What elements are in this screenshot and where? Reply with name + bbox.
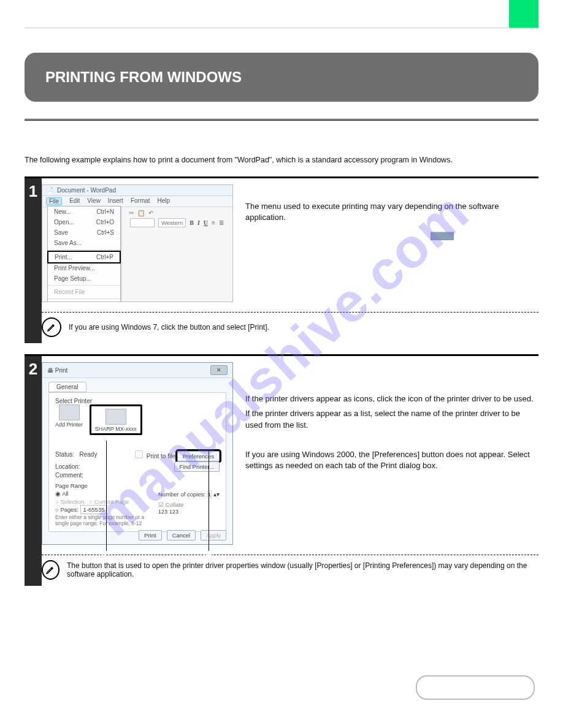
bold-icon[interactable]: B: [190, 219, 194, 226]
callout-label-1: (1): [101, 552, 110, 561]
close-icon[interactable]: ✕: [210, 365, 228, 375]
italic-icon[interactable]: I: [197, 219, 200, 226]
toolbar-icon: ↶: [148, 210, 153, 216]
apply-button: Apply: [201, 530, 226, 540]
menu-insert[interactable]: Insert: [108, 197, 123, 205]
callout-label-2: (2): [203, 552, 213, 561]
step-1-note-text: If you are using Windows 7, click the bu…: [69, 323, 269, 332]
page-title: PRINTING FROM WINDOWS: [25, 53, 538, 102]
page-range-group: Page Range ◉ All ○ Selection ○ Current P…: [55, 482, 220, 526]
menu-item-open[interactable]: Open...Ctrl+O: [48, 217, 120, 227]
print-button[interactable]: Print: [139, 530, 162, 540]
radio-all[interactable]: ◉ All: [55, 490, 147, 497]
printer-sharp[interactable]: SHARP MX-xxxx: [90, 404, 142, 435]
header-bar: Contents PRINTER: [25, 0, 538, 28]
align-left-icon[interactable]: ≡: [212, 219, 215, 226]
step-2-sub1-b2: If the printer drivers appear as a list,…: [245, 408, 535, 430]
pages-input[interactable]: 1-65535: [80, 505, 108, 514]
step-1-body: The menu used to execute printing may va…: [245, 201, 535, 223]
chapter-name: PRINTER: [59, 9, 94, 18]
wordpad-screenshot: 📄 Document - WordPad File Edit View Inse…: [42, 184, 233, 302]
note-icon: [42, 317, 61, 337]
menu-item-recent: Recent File: [48, 287, 120, 297]
menu-file[interactable]: File: [46, 197, 62, 205]
section-divider: [25, 119, 538, 121]
toolbar-icon: 📋: [137, 210, 145, 216]
intro-paragraph: The following example explains how to pr…: [25, 155, 538, 166]
step-2-number: 2: [29, 360, 37, 379]
step-2-note-text: The button that is used to open the prin…: [67, 561, 538, 578]
menu-item-page-setup[interactable]: Page Setup...: [48, 273, 120, 284]
content-area: Contents PRINTER PRINTING FROM WINDOWS B…: [0, 0, 563, 604]
contents-link-top[interactable]: Contents: [25, 10, 54, 18]
tab-general[interactable]: General: [48, 382, 86, 392]
step-2-sub2-title: (2) Click the [Preferences] button.: [245, 434, 535, 446]
step-1-note: If you are using Windows 7, click the bu…: [42, 312, 538, 343]
step-1-title: Select [Print] from the [File] menu of W…: [245, 184, 535, 197]
wordpad-title: Document - WordPad: [57, 187, 116, 194]
menu-item-save-as[interactable]: Save As...: [48, 238, 120, 248]
find-printer-button[interactable]: Find Printer...: [174, 461, 220, 472]
menu-help[interactable]: Help: [158, 197, 170, 205]
label-select-printer: Select Printer: [55, 398, 220, 404]
step-2-sub1-b1: If the printer drivers appear as icons, …: [245, 393, 535, 404]
viewer-badge: [431, 232, 454, 240]
menu-item-save[interactable]: SaveCtrl+S: [48, 227, 120, 238]
printer-icon: 🖶: [47, 367, 53, 374]
radio-selection: ○ Selection ○ Current Page: [55, 498, 147, 505]
page-number: 3-3: [0, 710, 563, 719]
underline-icon[interactable]: U: [204, 219, 208, 226]
step-2-sub2-b1: If you are using Windows 2000, the [Pref…: [245, 449, 535, 471]
radio-pages[interactable]: ○ Pages: 1-65535: [55, 506, 147, 513]
add-printer[interactable]: Add Printer: [55, 404, 83, 428]
menu-item-new[interactable]: New...Ctrl+N: [48, 207, 120, 217]
collate-check[interactable]: ☑ Collate: [158, 501, 220, 508]
step-2-sub1-title: (1) Select the printer driver of the mac…: [245, 379, 535, 390]
wordpad-icon: 📄: [46, 187, 53, 194]
spinner-icon[interactable]: ▴▾: [213, 491, 220, 498]
menu-format[interactable]: Format: [131, 197, 150, 205]
menu-item-print[interactable]: Print...Ctrl+P: [47, 251, 121, 264]
menu-edit[interactable]: Edit: [69, 197, 80, 205]
callout-lead-2: [209, 449, 209, 551]
step-1: 1 📄 Document - WordPad File Edit View In…: [25, 176, 538, 343]
cancel-button[interactable]: Cancel: [167, 530, 196, 540]
toolbar-icon: ✂: [129, 210, 134, 216]
menu-item-send[interactable]: Send...: [48, 300, 120, 302]
step-1-number: 1: [29, 182, 37, 201]
file-menu-dropdown: New...Ctrl+N Open...Ctrl+O SaveCtrl+S Sa…: [47, 206, 121, 302]
page: manualshive.com Contents PRINTER PRINTIN…: [0, 0, 563, 728]
step-2-note: The button that is used to open the prin…: [42, 555, 538, 586]
print-dialog: 🖶 Print ✕ General Select Printer Add Pri…: [42, 362, 233, 545]
print-to-file[interactable]: Print to file: [132, 453, 175, 460]
script-combo[interactable]: Western: [158, 218, 186, 227]
header-badge: [509, 0, 538, 28]
collate-graphic: 1 2 3 1 2 3: [158, 509, 178, 515]
section-title: BASIC PRINTING PROCEDURE: [25, 128, 538, 147]
note-icon: [42, 560, 59, 580]
step-2-title: Open the printer driver properties windo…: [245, 362, 535, 375]
copies-input[interactable]: 1: [207, 490, 212, 498]
menu-item-print-preview[interactable]: Print Preview...: [48, 263, 120, 273]
preferences-button[interactable]: Preferences: [177, 451, 220, 461]
contents-button[interactable]: Contents: [416, 675, 535, 700]
step-2: 2 🖶 Print ✕ General Select Printer: [25, 354, 538, 586]
menu-view[interactable]: View: [87, 197, 101, 205]
callout-lead-1: [106, 441, 107, 551]
align-center-icon[interactable]: ≣: [219, 219, 224, 226]
